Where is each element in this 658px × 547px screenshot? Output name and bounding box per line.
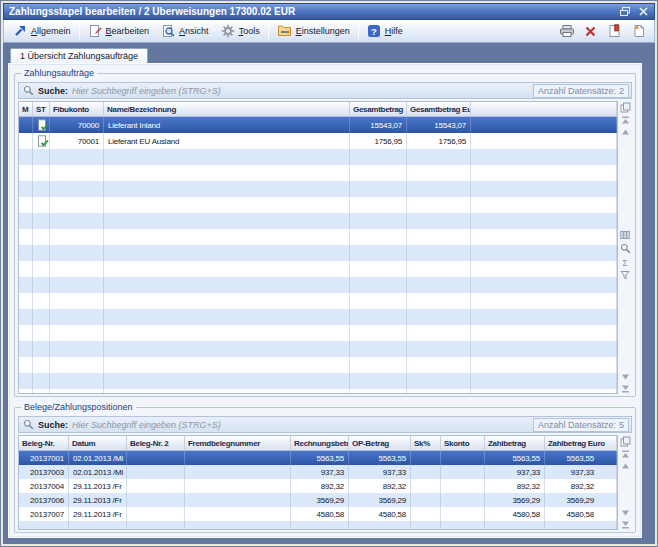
cell-zahlbetrag_euro: 4580,58 — [545, 507, 617, 521]
column-header[interactable]: Skonto — [441, 436, 485, 450]
print-button[interactable] — [559, 25, 574, 38]
column-header[interactable]: Beleg-Nr. — [19, 436, 69, 450]
column-header[interactable]: Beleg-Nr. 2 — [127, 436, 185, 450]
order-row[interactable]: 70001Lieferant EU Ausland1756,951756,95 — [19, 133, 617, 149]
empty-row[interactable] — [19, 229, 617, 245]
empty-row[interactable] — [19, 309, 617, 325]
cell-gesamtbetrag — [350, 213, 407, 229]
scroll-up-icon[interactable] — [621, 128, 630, 137]
position-row[interactable]: 2013700302.01.2013 /Mi937,33937,33937,33… — [19, 465, 617, 479]
filter-icon[interactable] — [620, 270, 630, 280]
scroll-bottom-icon[interactable] — [621, 384, 630, 393]
empty-row[interactable] — [19, 389, 617, 393]
cell-st — [33, 165, 50, 181]
columns-icon[interactable] — [620, 230, 630, 240]
menu-label: Hilfe — [385, 26, 403, 36]
cell-beleg_nr2 — [127, 507, 185, 521]
position-row[interactable]: 2013700629.11.2013 /Fr3569,293569,293569… — [19, 493, 617, 507]
column-header[interactable]: Fibukonto — [50, 102, 104, 116]
orders-table-rows: 70000Lieferant Inland15543,0715543,07700… — [19, 117, 617, 393]
empty-row[interactable] — [19, 293, 617, 309]
menu-bearbeiten[interactable]: Bearbeiten — [82, 22, 156, 40]
column-header[interactable]: Gesamtbetrag Euro — [407, 102, 471, 116]
cell-skonto — [441, 451, 485, 465]
column-header[interactable]: Datum — [69, 436, 127, 450]
cell-m — [19, 229, 33, 245]
titlebar[interactable]: Zahlungsstapel bearbeiten / 2 Überweisun… — [3, 3, 655, 20]
column-header[interactable]: Rechnungsbetrag — [291, 436, 349, 450]
cell-_fill — [471, 165, 617, 181]
window-controls — [617, 5, 651, 18]
copy-icon[interactable] — [620, 436, 631, 447]
scroll-top-icon[interactable] — [621, 450, 630, 459]
column-header[interactable]: ST — [33, 102, 50, 116]
menu-allgemein[interactable]: Allgemein — [7, 22, 77, 40]
column-header[interactable]: OP-Betrag — [349, 436, 411, 450]
empty-row[interactable] — [19, 373, 617, 389]
empty-row[interactable] — [19, 197, 617, 213]
empty-row[interactable] — [19, 261, 617, 277]
scroll-up-icon[interactable] — [621, 462, 630, 471]
menu-einstellungen[interactable]: Einstellungen — [271, 22, 356, 40]
cell-rechnungsbetrag — [291, 521, 349, 529]
export-page-button[interactable] — [607, 25, 622, 38]
copy-icon[interactable] — [620, 102, 631, 113]
content-panel: Zahlungsaufträge Suche: Anzahl Datensätz… — [8, 63, 642, 538]
cell-beleg_nr: 20137003 — [19, 465, 69, 479]
cell-gesamtbetrag — [350, 229, 407, 245]
menu-tools[interactable]: Tools — [215, 22, 266, 40]
new-page-icon — [633, 24, 645, 38]
cell-gesamtbetrag_euro — [407, 229, 471, 245]
orders-table: MSTFibukontoName/BezeichnungGesamtbetrag… — [18, 101, 618, 394]
empty-row[interactable] — [19, 149, 617, 165]
position-row[interactable]: 2013700729.11.2013 /Fr4580,584580,584580… — [19, 507, 617, 521]
empty-row[interactable] — [19, 325, 617, 341]
svg-text:Σ: Σ — [622, 257, 628, 267]
menu-label: Einstellungen — [296, 26, 350, 36]
column-header[interactable]: Zahlbetrag — [485, 436, 545, 450]
menu-ansicht[interactable]: Ansicht — [155, 22, 215, 40]
empty-row[interactable] — [19, 165, 617, 181]
empty-row[interactable] — [19, 181, 617, 197]
column-header[interactable]: Sk% — [411, 436, 441, 450]
column-header[interactable]: Gesamtbetrag — [350, 102, 407, 116]
position-row[interactable]: 2013700102.01.2013 /Mi5563,555563,555563… — [19, 451, 617, 465]
empty-row[interactable] — [19, 357, 617, 373]
delete-button[interactable] — [583, 25, 598, 38]
cell-m — [19, 357, 33, 373]
order-row[interactable]: 70000Lieferant Inland15543,0715543,07 — [19, 117, 617, 133]
scroll-top-icon[interactable] — [621, 116, 630, 125]
column-header[interactable]: Name/Bezeichnung — [104, 102, 350, 116]
empty-row[interactable] — [19, 277, 617, 293]
column-header[interactable]: Fremdbelegnummer — [185, 436, 291, 450]
column-header[interactable]: M — [19, 102, 33, 116]
empty-row[interactable] — [19, 341, 617, 357]
new-page-button[interactable] — [631, 25, 646, 38]
orders-search-input[interactable] — [72, 86, 529, 96]
toolbar-right — [559, 25, 651, 38]
magnifier-icon[interactable] — [620, 243, 631, 254]
positions-search-input[interactable] — [72, 420, 529, 430]
empty-row[interactable] — [19, 213, 617, 229]
scroll-down-icon[interactable] — [621, 372, 630, 381]
column-header[interactable]: Zahlbetrag Euro — [545, 436, 617, 450]
tab-uebersicht-zahlungsauftraege[interactable]: 1 Übersicht Zahlungsaufträge — [10, 48, 148, 63]
cell-op_betrag: 3569,29 — [349, 493, 411, 507]
restore-window-button[interactable] — [617, 5, 632, 18]
cell-m — [19, 261, 33, 277]
menu-separator — [358, 24, 359, 39]
menu-hilfe[interactable]: ?Hilfe — [361, 22, 409, 40]
sum-icon[interactable]: Σ — [620, 257, 630, 267]
cell-zahlbetrag: 892,32 — [485, 479, 545, 493]
column-header[interactable] — [471, 102, 617, 116]
empty-row[interactable] — [19, 245, 617, 261]
empty-row[interactable] — [19, 521, 617, 529]
scroll-down-icon[interactable] — [621, 508, 630, 517]
menubar: AllgemeinBearbeitenAnsichtToolsEinstellu… — [3, 20, 655, 43]
position-row[interactable]: 2013700429.11.2013 /Fr892,32892,32892,32… — [19, 479, 617, 493]
scroll-bottom-icon[interactable] — [621, 520, 630, 529]
cell-rechnungsbetrag: 5563,55 — [291, 451, 349, 465]
cell-_fill — [471, 341, 617, 357]
close-window-button[interactable] — [636, 5, 651, 18]
cell-st — [33, 133, 50, 149]
